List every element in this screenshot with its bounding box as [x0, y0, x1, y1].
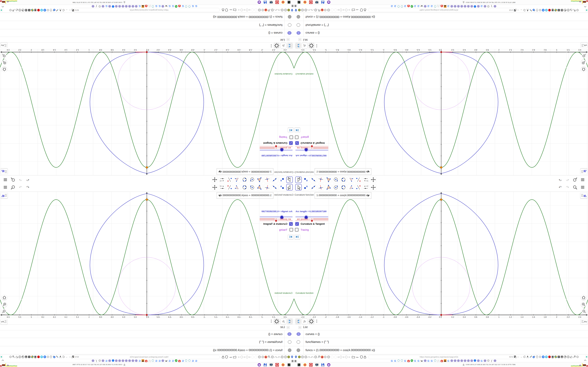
gear-flower-icon[interactable] [47, 355, 49, 358]
zoom-out-icon[interactable] [1, 309, 7, 314]
plus-circle-icon[interactable] [542, 9, 545, 12]
firefox-app[interactable] [303, 0, 307, 4]
tool-point[interactable]: A [279, 184, 285, 191]
mini-circle-icon[interactable] [246, 9, 248, 11]
mini-circle-icon[interactable] [340, 356, 342, 358]
mini-circle-icon[interactable] [345, 9, 347, 11]
globe-gray[interactable] [304, 8, 307, 12]
shield-icon[interactable] [225, 8, 228, 12]
oval-button-icon[interactable] [536, 355, 538, 358]
algebra-row-curves[interactable]: curves = {} [268, 31, 282, 35]
redo-icon[interactable]: ↷ [565, 185, 570, 190]
arc-length-slider[interactable] [260, 217, 293, 217]
algebra-tree-icon[interactable] [287, 318, 293, 324]
record-red-icon[interactable] [548, 355, 551, 358]
olive-circle[interactable] [298, 8, 301, 12]
tab-favicon-G[interactable]: G [138, 5, 141, 8]
tab-favicon-G[interactable]: G [195, 5, 198, 8]
translate-page-icon[interactable]: A [514, 355, 517, 358]
graphics-panel-toggle-icon[interactable] [581, 43, 587, 48]
tab-favicon-G[interactable]: G [480, 359, 483, 362]
zoom-out-icon[interactable] [581, 309, 587, 314]
edge-cut-icon[interactable] [0, 9, 3, 12]
edge-cut-icon[interactable] [585, 9, 588, 12]
curvature-tangent-checkbox[interactable]: ✓ [295, 141, 299, 145]
skip-next-button[interactable] [294, 234, 300, 239]
tab-favicon-info[interactable]: i [437, 359, 440, 362]
tool-angle[interactable]: α [234, 184, 241, 191]
globe-gray[interactable] [271, 8, 274, 12]
collapse-list-button[interactable]: − [286, 326, 290, 329]
marker-pen-icon[interactable] [529, 355, 532, 358]
redo-icon[interactable]: ↷ [18, 185, 23, 190]
tab-favicon-bluedot[interactable] [474, 359, 476, 362]
download-arrow-icon[interactable] [526, 355, 529, 358]
kebab-icon[interactable] [315, 319, 319, 324]
folder-icon[interactable] [352, 8, 355, 12]
shield-swirl-icon[interactable] [564, 355, 566, 358]
arrow-right-icon[interactable]: → [65, 355, 68, 358]
tab-favicon-knot[interactable] [122, 5, 124, 8]
menu-icon[interactable] [3, 185, 8, 191]
tool-move-graphics-view[interactable] [212, 184, 218, 191]
back-arrow-icon[interactable]: ← [228, 355, 232, 359]
tab-favicon-W[interactable]: W [165, 359, 168, 362]
tab-favicon-knot[interactable] [128, 5, 131, 8]
gear-outline-icon[interactable] [576, 355, 579, 358]
download-arrow-icon[interactable] [526, 9, 529, 12]
arrow-right-icon[interactable]: → [520, 9, 523, 12]
plus-circle-icon[interactable] [542, 355, 545, 358]
trash-icon[interactable] [551, 9, 554, 12]
marker-pen-icon[interactable] [56, 355, 59, 358]
marker-pen-icon[interactable] [529, 9, 532, 12]
wrench[interactable] [317, 355, 320, 359]
shield-icon[interactable] [360, 8, 363, 12]
tool-move-graphics-view[interactable] [370, 184, 376, 191]
undo-icon[interactable]: ↶ [557, 177, 563, 182]
mini-circle-icon[interactable] [338, 357, 339, 358]
globe-gray[interactable] [301, 355, 304, 359]
search-icon[interactable] [10, 185, 16, 191]
visibility-marker-curves[interactable] [287, 332, 291, 336]
tool-move-cursor[interactable] [295, 176, 302, 183]
shield-swirl-icon[interactable] [22, 355, 24, 358]
curvature-tangent-checkbox[interactable]: ✓ [295, 222, 299, 226]
tab-overflow-chevron-icon[interactable] [1, 359, 4, 362]
tab-favicon-W[interactable]: W [165, 5, 168, 8]
algebra-tree-icon[interactable] [287, 43, 293, 49]
tray-expand-icon[interactable] [123, 364, 125, 367]
kebab-icon[interactable] [315, 43, 319, 48]
tab-favicon-knot[interactable] [477, 359, 480, 362]
translate-blue-icon[interactable]: A [53, 9, 55, 12]
ud-badge-icon[interactable]: UD [25, 355, 27, 358]
ud-badge-icon[interactable]: UD [561, 355, 563, 358]
visibility-marker-funcnames[interactable] [288, 23, 291, 27]
tool-angle[interactable]: α [347, 184, 354, 191]
arc-dot-left[interactable] [277, 8, 281, 12]
tab-favicon-G[interactable]: G [105, 5, 108, 8]
tab-favicon-knot[interactable] [118, 359, 121, 362]
mini-circle-icon[interactable] [241, 9, 243, 11]
home-icon[interactable] [581, 295, 586, 300]
trash-icon[interactable] [34, 355, 37, 358]
tool-reflect-about-line[interactable] [355, 176, 362, 183]
tab-favicon-ring[interactable] [188, 5, 191, 8]
tab-overflow-chevron-icon[interactable] [584, 5, 587, 8]
firefox-app[interactable] [281, 363, 285, 367]
wrench[interactable] [268, 355, 271, 359]
mini-circle-icon[interactable] [249, 357, 250, 358]
wrench2-icon[interactable] [573, 355, 576, 358]
url-text[interactable]: https://www.geogebra.org/classic/aagcxh3… [420, 9, 458, 11]
undo-icon[interactable]: ↶ [25, 177, 31, 182]
star-outline-icon[interactable]: ☆ [517, 355, 520, 358]
arc-position-slider-knob[interactable] [311, 220, 313, 222]
tab-favicon-W[interactable]: W [420, 5, 423, 8]
globe-gray[interactable] [258, 355, 261, 359]
box-zero-icon[interactable]: 0 [28, 355, 31, 358]
graph-canvas[interactable]: -2.4-2.2-2-1.8-1.6-1.4-1.2-1-0.8-0.6-0.4… [0, 192, 294, 318]
tab-favicon-ring[interactable] [152, 359, 154, 362]
tab-favicon-knot[interactable] [135, 5, 138, 8]
tab-favicon-bluedot[interactable] [474, 5, 476, 8]
algebra-row-funcs[interactable]: funcs = {1.000000000000 + cos(4.00000000… [213, 15, 282, 18]
mask-purple-app[interactable] [257, 0, 261, 4]
